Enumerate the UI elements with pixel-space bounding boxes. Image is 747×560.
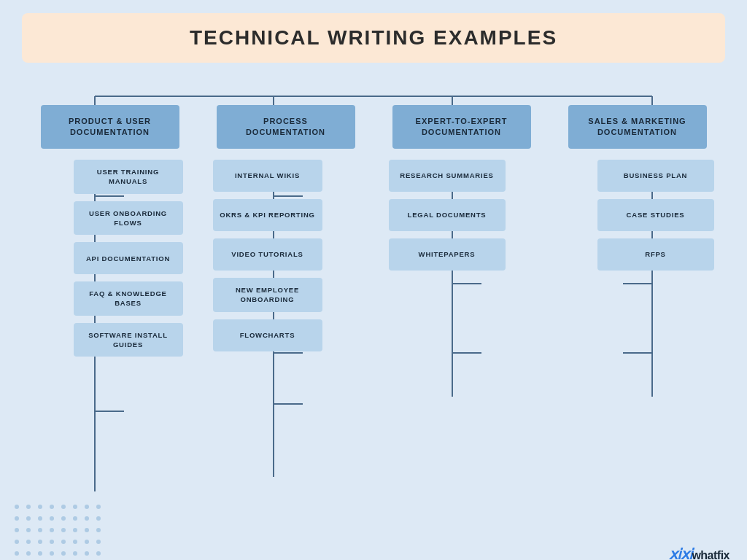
page-title: TECHNICAL WRITING EXAMPLES <box>36 26 711 50</box>
list-item: API DOCUMENTATION <box>74 242 183 274</box>
list-item: BUSINESS PLAN <box>597 160 714 192</box>
col1-items: USER TRAINING MANUALS USER ONBOARDING FL… <box>30 160 190 364</box>
decorative-dots <box>15 505 104 559</box>
chart-container: PRODUCT & USER DOCUMENTATION USER TRAINI… <box>15 69 732 364</box>
col3-items: RESEARCH SUMMARIES LEGAL DOCUMENTS WHITE… <box>382 160 542 278</box>
list-item: OKRS & KPI REPORTING <box>213 199 322 231</box>
col1-wrapper: PRODUCT & USER DOCUMENTATION USER TRAINI… <box>30 105 190 364</box>
col4-items: BUSINESS PLAN CASE STUDIES RFPS <box>557 160 718 278</box>
col2-items: INTERNAL WIKIS OKRS & KPI REPORTING VIDE… <box>206 160 366 359</box>
list-item: VIDEO TUTORIALS <box>213 238 322 271</box>
list-item: INTERNAL WIKIS <box>213 160 322 192</box>
software-install-guides-item: SOFTWARE INSTALL GUIDES <box>74 323 183 357</box>
cat-box-col2: PROCESS DOCUMENTATION <box>217 105 355 149</box>
list-item: WHITEPAPERS <box>389 238 506 271</box>
cat-box-col3: EXPERT-TO-EXPERT DOCUMENTATION <box>392 105 531 149</box>
header-row: PRODUCT & USER DOCUMENTATION USER TRAINI… <box>15 69 732 364</box>
whatfix-icon: ⅺⅺ <box>669 546 692 560</box>
title-banner: TECHNICAL WRITING EXAMPLES <box>22 13 725 63</box>
cat-box-col1: PRODUCT & USER DOCUMENTATION <box>41 105 179 149</box>
list-item: USER ONBOARDING FLOWS <box>74 201 183 236</box>
page-wrapper: TECHNICAL WRITING EXAMPLES <box>0 13 747 560</box>
whatfix-logo: ⅺⅺwhatfix <box>669 545 729 560</box>
list-item: RESEARCH SUMMARIES <box>389 160 506 192</box>
list-item: FLOWCHARTS <box>213 319 322 351</box>
col3-wrapper: EXPERT-TO-EXPERT DOCUMENTATION RESEARCH … <box>382 105 542 364</box>
cat-box-col4: SALES & MARKETING DOCUMENTATION <box>568 105 707 149</box>
whatfix-text: whatfix <box>692 549 729 560</box>
col4-wrapper: SALES & MARKETING DOCUMENTATION BUSINESS… <box>557 105 718 364</box>
list-item: RFPS <box>597 238 714 271</box>
list-item: USER TRAINING MANUALS <box>74 160 183 194</box>
col2-wrapper: PROCESS DOCUMENTATION INTERNAL WIKIS OKR… <box>206 105 366 364</box>
list-item: FAQ & KNOWLEDGE BASES <box>74 281 183 316</box>
list-item: LEGAL DOCUMENTS <box>389 199 506 231</box>
list-item: NEW EMPLOYEE ONBOARDING <box>213 278 322 312</box>
case-studies-item: CASE STUDIES <box>597 199 714 231</box>
